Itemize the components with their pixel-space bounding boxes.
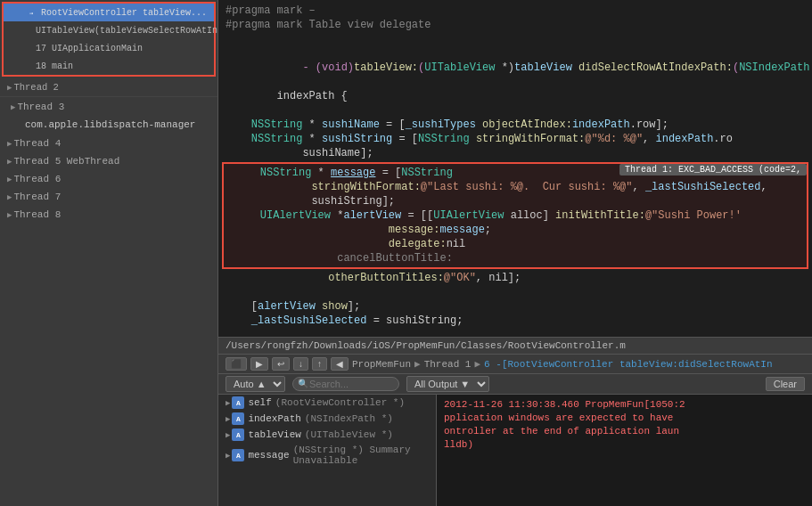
scope-select[interactable]: Auto ▲ [226, 376, 285, 392]
code-text-message2: stringWithFormat:@"Last sushi: %@. Cur s… [234, 180, 796, 194]
thread-item-3-sub[interactable]: com.apple.libdispatch-manager [4, 116, 214, 134]
console-line-3: ontroller at the end of application laun [444, 425, 805, 438]
code-text-show: [alertView show]; [226, 299, 805, 314]
error-highlight-region: Thread 1: EXC_BAD_ACCESS (code=2, NSStri… [222, 162, 808, 269]
error-tooltip-text: Thread 1: EXC_BAD_ACCESS (code=2, [625, 165, 801, 175]
bottom-content: ▶ A self (RootViewController *) ▶ A inde… [218, 395, 812, 506]
clear-button[interactable]: Clear [766, 377, 805, 391]
code-line-nsstring2: NSString * sushiString = [NSString strin… [218, 132, 812, 146]
var-arrow-indexpath: ▶ [226, 414, 230, 424]
thread-label-3: Thread 3 [17, 102, 64, 112]
code-line-blank4 [218, 328, 812, 337]
code-text-cancel: cancelButtonTitle: [234, 251, 796, 265]
code-line-other-buttons: otherButtonTitles:@"OK", nil]; [218, 271, 812, 285]
code-line-cancel: cancelButtonTitle: [227, 251, 803, 265]
console-output[interactable]: 2012-11-26 11:30:38.460 PropMemFun[1050:… [437, 395, 812, 506]
debug-btn-continue[interactable]: ▶ [250, 357, 268, 371]
var-item-self[interactable]: ▶ A self (RootViewController *) [218, 395, 436, 411]
bottom-toolbar: Auto ▲ 🔍 All Output ▼ Clear [218, 374, 812, 395]
var-name-self: self [248, 397, 271, 408]
thread-item-3[interactable]: ▶ Thread 3 [4, 98, 214, 116]
thread-label-6: Thread 6 [13, 174, 61, 184]
search-container: 🔍 [292, 377, 399, 391]
thread-item-1a[interactable]: → RootViewController tableView... [4, 4, 214, 21]
var-name-tableview: tableView [248, 429, 300, 440]
code-line-pragma2: #pragma mark Table view delegate [218, 18, 812, 32]
thread-sidebar: → RootViewController tableView... UITabl… [0, 0, 218, 506]
collapse-arrow-4: ▶ [7, 139, 12, 149]
breadcrumb-item-3: 6 -[RootViewController tableView:didSele… [484, 359, 772, 370]
thread-label-3-sub: com.apple.libdispatch-manager [25, 119, 195, 130]
var-item-message[interactable]: ▶ A message (NSString *) Summary Unavail… [218, 443, 436, 468]
thread-label-1b: UITableView(tableViewSelectRowAtInd... [36, 26, 218, 36]
collapse-arrow-2: ▶ [7, 83, 12, 93]
code-line-alertview: UIAlertView *alertView = [[UIAlertView a… [227, 208, 803, 223]
var-type-self: (RootViewController *) [275, 397, 405, 408]
code-text-nsstring1: NSString * sushiName = [_sushiTypes obje… [226, 118, 805, 132]
thread-item-5[interactable]: ▶ Thread 5 WebThread [0, 152, 217, 170]
thread-label-17: 17 UIApplicationMain [36, 44, 143, 53]
search-input[interactable] [292, 377, 399, 391]
code-editor: #pragma mark – #pragma mark Table view d… [218, 0, 812, 374]
variable-list: ▶ A self (RootViewController *) ▶ A inde… [218, 395, 437, 506]
code-line-delegate: delegate:nil [227, 237, 803, 251]
code-text-sushiname: sushiName]; [226, 146, 805, 160]
collapse-arrow-5: ▶ [7, 157, 12, 167]
code-content[interactable]: #pragma mark – #pragma mark Table view d… [218, 0, 812, 337]
debug-btn-back[interactable]: ◀ [331, 357, 349, 371]
thread-item-8[interactable]: ▶ Thread 8 [0, 206, 217, 224]
var-type-tableview: (UITableView *) [305, 429, 393, 440]
code-line-blank2 [218, 103, 812, 118]
breadcrumb-item-2: Thread 1 [424, 359, 472, 370]
code-text-message3: sushiString]; [234, 194, 796, 208]
thread-icon-1a: → [25, 6, 37, 19]
debug-toolbar: ⬛ ▶ ↩ ↓ ↑ ◀ PropMemFun ▶ Thread 1 ▶ 6 -[… [218, 355, 812, 374]
file-path-text: /Users/rongfzh/Downloads/iOS/PropMemFun/… [226, 340, 626, 351]
debug-btn-step-over[interactable]: ↩ [272, 357, 290, 371]
breadcrumb-item-1: PropMemFun [352, 359, 411, 370]
code-text-pragma1: #pragma mark – [226, 4, 805, 18]
breadcrumb: PropMemFun ▶ Thread 1 ▶ 6 -[RootViewCont… [352, 358, 805, 370]
var-arrow-self: ▶ [226, 398, 230, 408]
thread-item-6[interactable]: ▶ Thread 6 [0, 170, 217, 188]
code-line-message2: stringWithFormat:@"Last sushi: %@. Cur s… [227, 180, 803, 194]
console-line-4: lldb) [444, 438, 805, 452]
code-text-message4: message:message; [234, 223, 796, 237]
thread-item-1b[interactable]: UITableView(tableViewSelectRowAtInd... [4, 21, 214, 39]
var-item-indexpath[interactable]: ▶ A indexPath (NSIndexPath *) [218, 411, 436, 427]
debug-btn-stop[interactable]: ⬛ [226, 357, 247, 371]
thread-item-18[interactable]: 18 main [4, 57, 214, 75]
code-line-indexpath: indexPath { [218, 89, 812, 103]
breadcrumb-sep-2: ▶ [474, 358, 480, 370]
thread-label-8: Thread 8 [13, 209, 61, 220]
code-line-nsstring1: NSString * sushiName = [_sushiTypes obje… [218, 118, 812, 132]
code-text-alertview: UIAlertView *alertView = [[UIAlertView a… [234, 208, 796, 223]
collapse-arrow-8: ▶ [7, 210, 12, 220]
thread-item-7[interactable]: ▶ Thread 7 [0, 188, 217, 206]
code-line-message3: sushiString]; [227, 194, 803, 208]
console-line-1: 2012-11-26 11:30:38.460 PropMemFun[1050:… [444, 398, 805, 412]
code-text-other-buttons: otherButtonTitles:@"OK", nil]; [226, 271, 805, 285]
debug-btn-step-out[interactable]: ↑ [312, 357, 327, 371]
var-icon-tableview: A [232, 428, 244, 441]
collapse-arrow-6: ▶ [7, 175, 12, 184]
debug-btn-step-into[interactable]: ↓ [293, 357, 308, 371]
breadcrumb-sep-1: ▶ [414, 358, 421, 370]
thread-item-4[interactable]: ▶ Thread 4 [0, 135, 217, 152]
collapse-arrow-3: ▶ [11, 102, 15, 112]
thread-label-7: Thread 7 [13, 192, 61, 202]
console-line-2: pplication windows are expected to have [444, 412, 805, 425]
code-line-show: [alertView show]; [218, 299, 812, 314]
collapse-arrow-7: ▶ [7, 192, 12, 202]
thread-item-17[interactable]: 17 UIApplicationMain [4, 39, 214, 57]
var-arrow-tableview: ▶ [226, 430, 230, 440]
output-select[interactable]: All Output ▼ [406, 376, 489, 392]
code-line-method: - (void)tableView:(UITableView *)tableVi… [218, 46, 812, 89]
search-icon: 🔍 [298, 379, 308, 389]
svg-text:→: → [29, 10, 33, 17]
thread-label-18: 18 main [36, 61, 73, 71]
code-text-indexpath: indexPath { [226, 89, 805, 103]
code-line-message4: message:message; [227, 223, 803, 237]
thread-item-2[interactable]: ▶ Thread 2 [0, 78, 217, 96]
var-item-tableview[interactable]: ▶ A tableView (UITableView *) [218, 427, 436, 443]
